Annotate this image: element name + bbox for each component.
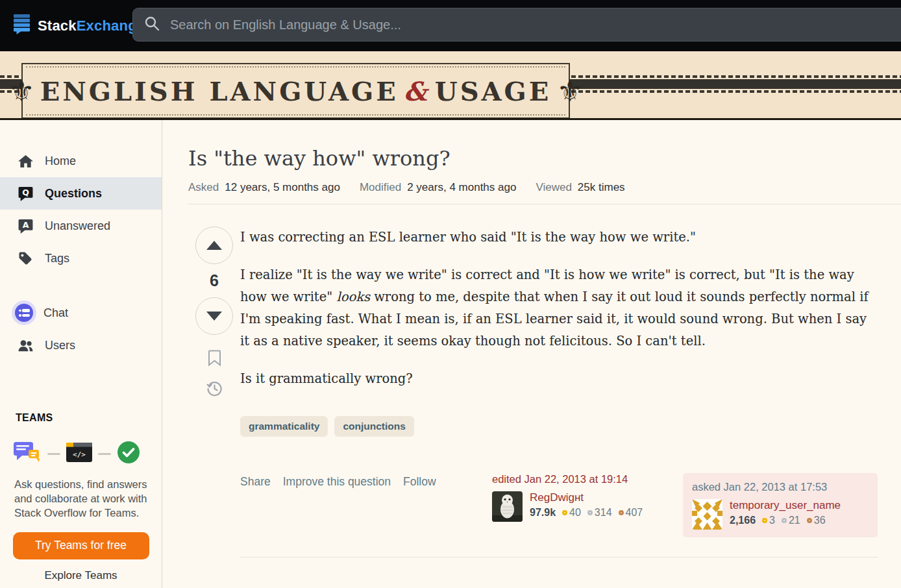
users-icon [16,337,35,354]
question-title[interactable]: Is "the way how" wrong? [188,146,901,171]
connector-line [47,453,60,455]
italic-word: looks [336,289,370,304]
paragraph: I realize "It is the way we write" is co… [240,264,878,352]
triangle-down-icon [206,312,222,321]
chat-icon [12,300,36,325]
gold-badge: 40 [562,507,581,519]
check-circle-icon [117,441,140,467]
sidebar-item-label: Chat [43,306,68,320]
try-teams-button[interactable]: Try Teams for free [13,532,149,559]
follow-link[interactable]: Follow [403,475,436,489]
svg-text:</>: </> [73,450,86,459]
gold-badge: 3 [762,515,775,526]
stack-exchange-logo[interactable]: StackExchange [13,14,145,37]
sidebar-item-chat[interactable]: Chat [0,297,162,329]
triangle-up-icon [206,241,222,250]
improve-question-link[interactable]: Improve this question [283,475,391,489]
silver-badge-icon [782,518,787,523]
explore-teams-link[interactable]: Explore Teams [0,569,162,582]
history-icon[interactable] [206,380,223,400]
gold-badge-icon [562,510,567,515]
edited-timestamp-link[interactable]: edited Jan 22, 2013 at 19:14 [492,473,673,485]
logo-wordmark: StackExchange [38,18,145,34]
site-title: ENGLISH LANGUAGE&USAGE [40,76,551,106]
vote-count: 6 [210,271,219,290]
asker-info: temporary_user_name 2,166 3 21 36 [730,499,841,530]
header-divider [188,204,901,204]
post-column: I was correcting an ESL learner who said… [240,227,878,557]
editor-info: RegDwigнt 97.9k 40 314 407 [530,491,643,522]
question-meta: Asked12 years, 5 months ago Modified2 ye… [188,181,901,194]
bronze-badge: 36 [807,515,826,526]
page-body: Home Q Questions A Unanswered [0,120,901,588]
sidebar-item-label: Unanswered [45,219,110,233]
post-actions: Share Improve this question Follow [240,473,436,489]
asked-signature-card: asked Jan 22, 2013 at 17:53 [683,473,878,537]
editor-username-link[interactable]: RegDwigнt [530,491,643,504]
search-input[interactable] [169,17,818,33]
code-window-icon: </> [66,443,92,465]
asked-timestamp: asked Jan 22, 2013 at 17:53 [692,481,869,493]
paragraph: I was correcting an ESL learner who said… [240,227,878,249]
question-body: I was correcting an ESL learner who said… [240,227,878,390]
bookmark-icon[interactable] [207,349,222,369]
questions-icon: Q [16,186,35,202]
editor-avatar[interactable] [492,491,523,522]
search-icon [143,15,160,34]
sidebar-item-home[interactable]: Home [0,145,162,177]
silver-badge: 21 [782,515,800,526]
teams-heading: TEAMS [16,412,162,424]
gold-badge-icon [762,518,767,523]
stack-exchange-icon [13,14,31,37]
sidebar-item-unanswered[interactable]: A Unanswered [0,210,162,242]
paragraph: Is it grammatically wrong? [240,368,878,390]
teams-blurb: Ask questions, find answers and collabor… [14,478,147,521]
share-link[interactable]: Share [240,475,271,489]
ampersand: & [399,76,435,106]
main-content: Is "the way how" wrong? Asked12 years, 5… [162,120,901,588]
sidebar-item-users[interactable]: Users [0,329,162,361]
upvote-button[interactable] [195,227,233,264]
top-bar: StackExchange [0,0,901,51]
sidebar-item-questions[interactable]: Q Questions [0,177,162,210]
question-post: 6 I was correcting an ESL [188,227,901,557]
svg-text:Q: Q [22,188,29,197]
bronze-badge-icon [619,510,624,515]
site-title-box[interactable]: ENGLISH LANGUAGE&USAGE [21,63,570,119]
sidebar-spacer [0,275,162,297]
connector-line [98,453,111,455]
tag-conjunctions[interactable]: conjunctions [334,416,413,437]
tag-grammaticality[interactable]: grammaticality [240,416,328,437]
bronze-badge: 407 [619,507,643,519]
asker-avatar[interactable] [692,499,722,530]
downvote-button[interactable] [195,297,233,335]
edited-signature: edited Jan 22, 2013 at 19:14 [492,473,673,522]
fleur-ornament-left-icon: ⚜ [8,76,34,106]
svg-text:A: A [22,220,29,230]
left-sidebar: Home Q Questions A Unanswered [0,120,162,588]
silver-badge: 314 [587,507,612,519]
asker-reputation: 2,166 [730,515,756,526]
tags-icon [16,251,35,266]
chat-bubbles-icon [13,441,42,466]
sidebar-item-label: Tags [45,252,69,265]
sidebar-item-label: Users [45,339,75,352]
signature-cards: edited Jan 22, 2013 at 19:14 [492,473,878,537]
sidebar-item-label: Questions [45,187,102,201]
home-icon [16,153,35,169]
unanswered-icon: A [16,218,35,234]
search-box[interactable] [132,8,901,42]
meta-viewed: Viewed25k times [536,181,624,194]
asker-username-link[interactable]: temporary_user_name [730,499,841,512]
site-banner: ENGLISH LANGUAGE&USAGE ⚜ ⚜ [0,51,901,120]
silver-badge-icon [587,510,593,515]
bronze-badge-icon [807,518,812,523]
vote-column: 6 [188,227,240,557]
sidebar-item-tags[interactable]: Tags [0,242,162,275]
fleur-ornament-right-icon: ⚜ [556,76,583,106]
tag-list: grammaticality conjunctions [240,416,878,437]
editor-reputation: 97.9k [530,507,556,519]
meta-modified[interactable]: Modified2 years, 4 months ago [360,181,516,194]
teams-illustration: </> [13,441,162,467]
post-bottom-divider [240,557,878,557]
